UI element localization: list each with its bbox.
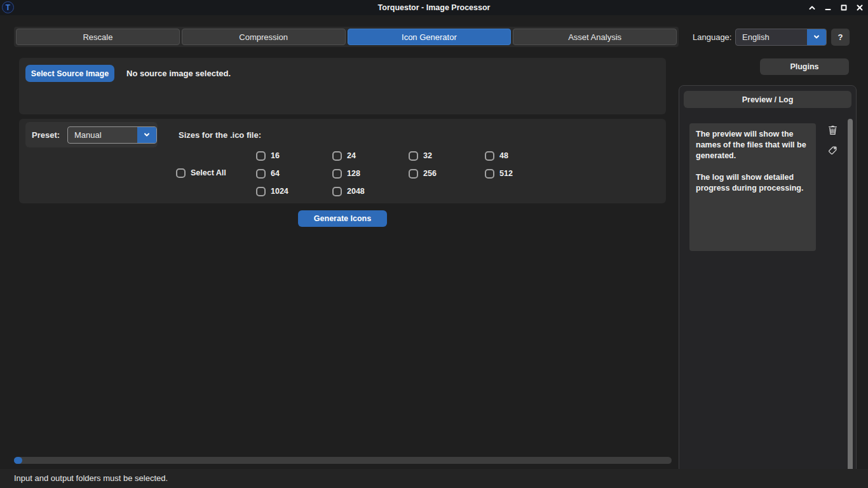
plugins-button[interactable]: Plugins [760, 58, 849, 75]
window-controls [807, 0, 865, 15]
preset-select[interactable]: Manual [67, 126, 157, 144]
size-label: 24 [347, 151, 356, 160]
language-label: Language: [693, 27, 731, 47]
app-logo-icon: T [2, 1, 14, 13]
sizes-heading: Sizes for the .ico file: [179, 126, 261, 144]
window-title: Torquestor - Image Processor [0, 3, 868, 12]
panel-vertical-scrollbar[interactable] [848, 119, 853, 473]
source-status-text: No source image selected. [126, 65, 231, 82]
size-checkbox-item[interactable]: 256 [409, 165, 485, 182]
select-all-checkbox-item[interactable]: Select All [176, 164, 226, 182]
icon-sizes-group: Preset: Manual Sizes for the .ico file: … [19, 119, 666, 203]
size-checkbox-item[interactable]: 16 [256, 147, 332, 165]
language-dropdown-button[interactable] [807, 29, 826, 45]
size-checkbox[interactable] [332, 187, 342, 196]
size-checkbox-item[interactable]: 128 [332, 165, 409, 182]
help-button[interactable]: ? [831, 29, 850, 46]
size-checkbox-item[interactable]: 64 [256, 165, 332, 182]
size-label: 16 [271, 151, 280, 160]
select-all-checkbox[interactable] [176, 168, 186, 178]
status-message: Input and output folders must be selecte… [14, 473, 168, 483]
preset-label: Preset: [32, 122, 60, 147]
size-checkbox[interactable] [256, 169, 266, 179]
size-label: 1024 [271, 187, 288, 196]
select-all-label: Select All [191, 168, 226, 177]
preview-text-area[interactable]: The preview will show the names of the f… [689, 123, 816, 251]
size-checkbox-item[interactable]: 1024 [256, 182, 332, 200]
size-checkbox-item[interactable]: 48 [485, 147, 561, 165]
tab-rescale[interactable]: Rescale [16, 29, 180, 45]
close-icon[interactable] [855, 3, 865, 13]
size-checkbox[interactable] [485, 151, 494, 161]
generate-icons-button[interactable]: Generate Icons [298, 210, 387, 227]
chevron-down-icon [143, 130, 151, 141]
select-source-image-button[interactable]: Select Source Image [25, 65, 114, 82]
maximize-icon[interactable] [839, 3, 849, 13]
tab-compression[interactable]: Compression [182, 29, 346, 45]
size-label: 2048 [347, 187, 365, 196]
size-label: 512 [499, 169, 513, 178]
size-checkbox[interactable] [409, 169, 418, 179]
size-checkbox[interactable] [256, 151, 266, 161]
shade-window-icon[interactable] [807, 3, 817, 13]
preset-dropdown-button[interactable] [137, 127, 156, 143]
size-label: 128 [347, 169, 360, 178]
size-checkbox[interactable] [256, 187, 266, 196]
tab-asset-analysis[interactable]: Asset Analysis [513, 29, 677, 45]
tab-icon-generator[interactable]: Icon Generator [348, 29, 512, 45]
app-window: T Torquestor - Image Processor Rescale C… [0, 0, 868, 488]
progress-bar-fill [14, 457, 22, 464]
size-checkbox[interactable] [332, 169, 342, 179]
source-image-group: Select Source Image No source image sele… [19, 58, 666, 114]
title-bar[interactable]: T Torquestor - Image Processor [0, 0, 868, 15]
size-checkbox-item[interactable]: 2048 [332, 182, 409, 200]
size-checkbox-item[interactable]: 24 [332, 147, 409, 165]
preset-selected-value: Manual [68, 127, 137, 143]
progress-bar [14, 457, 672, 464]
size-checkbox-item[interactable]: 512 [485, 165, 561, 182]
clear-log-trash-icon[interactable] [827, 124, 838, 135]
size-label: 48 [499, 151, 508, 160]
language-selected-value: English [736, 29, 807, 45]
size-checkbox[interactable] [485, 169, 494, 179]
language-select[interactable]: English [735, 29, 827, 46]
size-checkbox-item[interactable]: 32 [409, 147, 485, 165]
chevron-down-icon [813, 32, 820, 43]
size-label: 32 [423, 151, 432, 160]
mode-tab-bar: Rescale Compression Icon Generator Asset… [14, 27, 679, 47]
tag-icon[interactable] [827, 144, 838, 156]
size-checkbox[interactable] [332, 151, 342, 161]
minimize-icon[interactable] [823, 3, 833, 13]
size-label: 256 [423, 169, 437, 178]
size-checkbox-grid: 16 24 32 48 64 128 256 512 [256, 147, 561, 200]
preview-log-header-button[interactable]: Preview / Log [684, 91, 851, 108]
size-label: 64 [271, 169, 280, 178]
size-checkbox[interactable] [409, 151, 418, 161]
preview-log-panel: Preview / Log The preview will show the … [679, 85, 857, 480]
